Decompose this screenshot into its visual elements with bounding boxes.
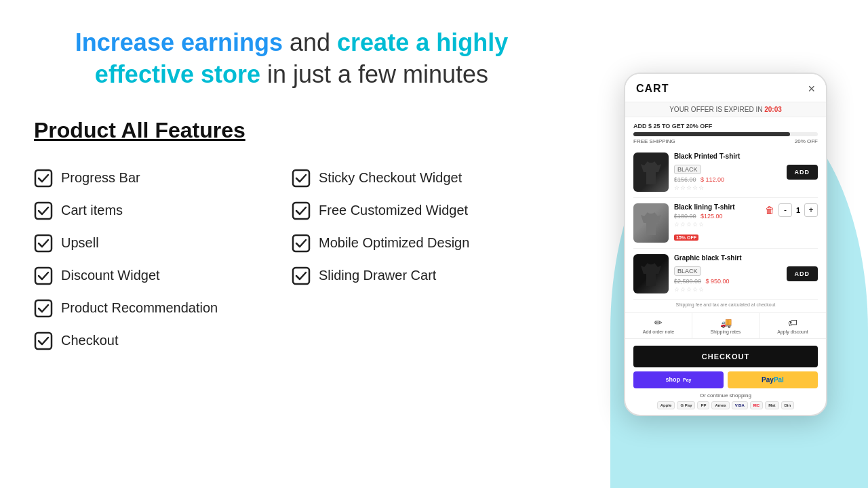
shop-pay-label: shop [666, 376, 681, 383]
maestro-icon: Mst [765, 401, 778, 409]
qty-increase-2[interactable]: + [804, 203, 818, 217]
feature-label-7: Sticky Checkout Widget [319, 170, 462, 186]
headline-part4: in just a few minutes [260, 60, 488, 88]
feature-free-customized: Free Customized Widget [292, 195, 549, 227]
svg-rect-1 [35, 203, 52, 219]
close-button[interactable]: × [808, 82, 815, 96]
item-original-price-1: $156.00 [674, 176, 696, 183]
feature-label-9: Mobile Optimized Design [319, 235, 469, 251]
progress-labels: FREE SHIPPING 20% OFF [633, 138, 818, 144]
truck-icon: 🚚 [720, 317, 732, 328]
headline-part1: Increase earnings [75, 28, 283, 56]
feature-sliding-drawer: Sliding Drawer Cart [292, 260, 549, 292]
offer-text: YOUR OFFER IS EXPIRED IN [669, 106, 762, 113]
item-current-price-2: $125.00 [701, 213, 723, 220]
progress-bar-fill [633, 132, 790, 136]
check-icon-9 [292, 234, 311, 253]
delete-button-2[interactable]: 🗑 [765, 205, 774, 216]
item-image-3 [633, 254, 669, 293]
svg-rect-4 [35, 300, 52, 317]
add-button-3[interactable]: ADD [787, 266, 818, 281]
check-icon-7 [292, 169, 311, 188]
feature-checkout: Checkout [34, 325, 292, 357]
feature-mobile-optimized: Mobile Optimized Design [292, 227, 549, 260]
item-image-1 [633, 152, 669, 192]
paypal-icon: PP [697, 401, 709, 409]
check-icon-1 [34, 169, 53, 188]
cart-title: CART [636, 83, 669, 95]
item-details-2: Black lining T-shirt $180.00 $125.00 ☆ ☆… [674, 203, 760, 242]
item-stars-3: ☆ ☆ ☆ ☆ ☆ [674, 286, 781, 293]
item-original-price-3: $2,500.00 [674, 278, 701, 285]
feature-label-10: Sliding Drawer Cart [319, 268, 436, 283]
left-panel: Increase earnings and create a highly ef… [0, 0, 583, 488]
discount-badge-2: 15% OFF [674, 235, 698, 241]
svg-rect-6 [293, 170, 309, 186]
apply-discount-label: Apply discount [777, 329, 808, 334]
google-pay-icon: G Pay [677, 401, 695, 409]
item-name-2: Black lining T-shirt [674, 203, 760, 211]
cart-item-2: Black lining T-shirt $180.00 $125.00 ☆ ☆… [633, 198, 818, 249]
check-icon-8 [292, 201, 311, 220]
svg-rect-3 [35, 268, 52, 284]
item-current-price-1: $ 112.00 [701, 176, 724, 183]
payment-icons: Apple G Pay PP Amex VISA MC Mst Din [633, 401, 818, 409]
headline-part2: and [283, 28, 337, 56]
pencil-icon: ✏ [654, 317, 663, 328]
svg-rect-9 [293, 268, 309, 284]
amex-icon: Amex [711, 401, 729, 409]
svg-rect-5 [35, 333, 52, 349]
shop-pay-button[interactable]: shop Pay [633, 371, 724, 388]
diners-icon: Din [781, 401, 795, 409]
progress-label-left: FREE SHIPPING [633, 138, 675, 144]
feature-progress-bar: Progress Bar [34, 162, 292, 195]
apple-pay-icon: Apple [657, 401, 675, 409]
item-details-1: Black Printed T-shirt BLACK $156.00 $ 11… [674, 152, 781, 191]
feature-discount-widget: Discount Widget [34, 260, 292, 292]
visa-icon: VISA [732, 401, 748, 409]
check-icon-10 [292, 266, 311, 285]
cart-item-1: Black Printed T-shirt BLACK $156.00 $ 11… [633, 147, 818, 198]
check-icon-5 [34, 299, 53, 318]
feature-label-2: Cart items [61, 203, 123, 218]
add-order-note-label: Add order note [643, 329, 674, 334]
feature-cart-items: Cart items [34, 195, 292, 227]
feature-upsell: Upsell [34, 227, 292, 260]
cart-items-list: Black Printed T-shirt BLACK $156.00 $ 11… [625, 147, 826, 300]
shipping-rates-action[interactable]: 🚚 Shipping rates [692, 313, 760, 338]
checkout-button[interactable]: CHECKOUT [633, 346, 818, 367]
checkout-section: CHECKOUT shop Pay PayPal Or continue sho… [625, 342, 826, 415]
progress-label-right: 20% OFF [795, 138, 818, 144]
shipping-rates-label: Shipping rates [711, 329, 741, 334]
feature-label-8: Free Customized Widget [319, 203, 468, 218]
svg-rect-8 [293, 235, 309, 251]
item-stars-2: ☆ ☆ ☆ ☆ ☆ [674, 221, 704, 228]
check-icon-3 [34, 234, 53, 253]
paypal-button[interactable]: PayPal [728, 371, 818, 388]
item-controls-2: 🗑 - 1 + [765, 203, 818, 217]
cart-action-row: ✏ Add order note 🚚 Shipping rates 🏷 Appl… [625, 312, 826, 339]
qty-decrease-2[interactable]: - [778, 203, 792, 217]
features-title: Product All Features [34, 118, 549, 143]
feature-label-3: Upsell [61, 235, 99, 251]
features-left-col: Progress Bar Cart items [34, 162, 292, 357]
feature-label-5: Product Recommendation [61, 300, 218, 316]
continue-shopping-label: Or continue shopping [633, 392, 818, 399]
qty-value-2: 1 [796, 206, 800, 214]
svg-rect-2 [35, 235, 52, 251]
add-button-1[interactable]: ADD [787, 165, 818, 180]
paypal-label: Pay [762, 376, 774, 384]
add-order-note-action[interactable]: ✏ Add order note [625, 313, 692, 338]
offer-bar: YOUR OFFER IS EXPIRED IN 20:03 [625, 102, 826, 117]
item-price-3: $2,500.00 $ 950.00 [674, 278, 781, 285]
right-panel: CART × YOUR OFFER IS EXPIRED IN 20:03 AD… [583, 0, 868, 488]
shipping-note: Shipping fee and tax are calculated at c… [625, 300, 826, 310]
item-original-price-2: $180.00 [674, 213, 696, 220]
item-variant-3: BLACK [674, 266, 701, 276]
check-icon-6 [34, 331, 53, 350]
item-name-1: Black Printed T-shirt [674, 152, 781, 160]
features-grid: Progress Bar Cart items [34, 162, 549, 357]
feature-label-4: Discount Widget [61, 268, 160, 283]
apply-discount-action[interactable]: 🏷 Apply discount [760, 313, 826, 338]
svg-rect-7 [293, 203, 309, 219]
